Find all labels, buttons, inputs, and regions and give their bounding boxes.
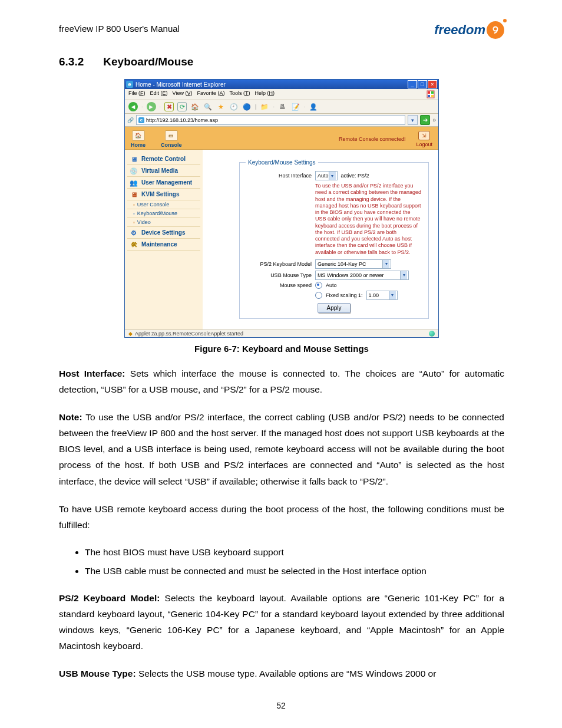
address-label: 🔗 — [127, 117, 134, 123]
ps2-keyboard-model-label: PS/2 Keyboard Model — [246, 261, 312, 267]
window-titlebar: e Home - Microsoft Internet Explorer _ □… — [125, 80, 438, 89]
svg-rect-3 — [431, 91, 434, 94]
paragraph-note: Note: To use the USB and/or PS/2 interfa… — [59, 409, 504, 489]
messenger-button[interactable]: 👤 — [309, 102, 318, 111]
section-heading: 6.3.2 Keyboard/Mouse — [59, 55, 504, 68]
paragraph-usb-mouse-type: USB Mouse Type: Selects the USB mouse ty… — [59, 666, 504, 681]
menu-help[interactable]: Help (H) — [254, 90, 275, 98]
home-button[interactable]: 🏠 — [190, 102, 200, 111]
sidebar-sub-user-console[interactable]: User Console — [127, 200, 200, 209]
sidebar-item-remote-control[interactable]: 🖥 Remote Control — [127, 153, 200, 165]
remote-control-icon: 🖥 — [130, 155, 138, 163]
remote-console-status: Remote Console connected! — [339, 136, 406, 142]
keyboard-mouse-settings-group: Keyboard/Mouse Settings Host Interface A… — [239, 159, 429, 319]
device-settings-icon: ⚙ — [130, 229, 138, 237]
sidebar-item-device-settings[interactable]: ⚙ Device Settings — [127, 227, 200, 239]
section-title: Keyboard/Mouse — [103, 55, 193, 68]
sidebar-item-maintenance[interactable]: 🛠 Maintenance — [127, 239, 200, 251]
print-button[interactable]: 🖶 — [278, 102, 287, 111]
fieldset-legend: Keyboard/Mouse Settings — [246, 159, 318, 166]
usb-mouse-type-select[interactable]: MS Windows 2000 or newer — [315, 271, 409, 280]
browser-toolbar: ◄· ►· ✖ ⟳ 🏠 🔍 ★ 🕘 🔵 | 📁· 🖶 📝· 👤 — [125, 100, 438, 114]
edit-button[interactable]: 📝 — [291, 102, 300, 111]
doc-title: freeView IP 800 User's Manual — [59, 24, 180, 34]
window-maximize-button[interactable]: □ — [418, 80, 427, 88]
mouse-speed-fixed-label: Fixed scaling 1: — [326, 292, 363, 298]
brand-logo-icon — [487, 21, 504, 39]
menu-favorites[interactable]: Favorite (A) — [197, 90, 224, 98]
sidebar-sub-video[interactable]: Video — [127, 218, 200, 227]
sidebar-item-virtual-media[interactable]: 💿 Virtual Media — [127, 165, 200, 177]
brand-logo: freedom — [434, 21, 504, 39]
logout-button[interactable]: ⇲ Logout — [416, 131, 432, 147]
app-tab-console[interactable]: ▭ Console — [161, 130, 182, 148]
page-number: 52 — [0, 701, 562, 710]
list-item: The host BIOS must have USB keyboard sup… — [85, 545, 504, 560]
host-interface-label: Host Interface — [246, 173, 312, 179]
usb-mouse-type-label: USB Mouse Type — [246, 272, 312, 278]
menu-tools[interactable]: Tools (T) — [229, 90, 250, 98]
applet-icon: ◆ — [128, 331, 133, 337]
sidebar-sub-keyboard-mouse[interactable]: Keyboard/Mouse — [127, 209, 200, 218]
mouse-speed-auto-radio[interactable] — [315, 282, 322, 289]
ie-logo-icon — [427, 90, 435, 98]
back-button[interactable]: ◄ — [128, 102, 138, 111]
go-button[interactable]: ➔ — [420, 115, 430, 125]
window-minimize-button[interactable]: _ — [408, 80, 417, 88]
search-button[interactable]: 🔍 — [203, 102, 213, 111]
maintenance-icon: 🛠 — [130, 241, 138, 249]
favorites-button[interactable]: ★ — [216, 102, 226, 111]
paragraph-conditions-intro: To have USB remote keyboard access durin… — [59, 501, 504, 533]
sidebar: 🖥 Remote Control 💿 Virtual Media 👥 User … — [125, 150, 203, 330]
mouse-speed-fixed-select[interactable]: 1.00 — [366, 291, 398, 300]
list-item: The USB cable must be connected and must… — [85, 564, 504, 579]
host-interface-hint: To use the USB and/or PS/2 interface you… — [315, 183, 422, 256]
brand-logo-text: freedom — [434, 22, 485, 38]
host-interface-active: active: PS/2 — [341, 173, 369, 179]
sidebar-item-user-management[interactable]: 👥 User Management — [127, 177, 200, 189]
menu-file[interactable]: File (F) — [128, 90, 146, 98]
svg-rect-5 — [431, 95, 434, 97]
status-text: Applet za.pp.ss.RemoteConsoleApplet star… — [135, 331, 243, 337]
paragraph-host-interface: Host Interface: Sets which interface the… — [59, 365, 504, 397]
page-icon: e — [138, 117, 144, 123]
address-input[interactable]: e http://192.168.10.23/home.asp — [136, 115, 405, 125]
mouse-speed-fixed-radio[interactable] — [315, 292, 322, 299]
address-url: http://192.168.10.23/home.asp — [146, 117, 218, 123]
app-header: 🏠 Home ▭ Console Remote Console connecte… — [125, 127, 438, 150]
console-icon: ▭ — [165, 130, 178, 141]
sidebar-item-kvm-settings[interactable]: 🖥 KVM Settings — [127, 189, 200, 200]
host-interface-select[interactable]: Auto — [315, 171, 338, 180]
home-icon: 🏠 — [132, 130, 145, 141]
logout-icon: ⇲ — [418, 131, 430, 140]
kvm-settings-icon: 🖥 — [130, 190, 138, 199]
app-tab-home[interactable]: 🏠 Home — [131, 130, 146, 148]
media-button[interactable]: 🔵 — [242, 102, 252, 111]
paragraph-ps2-model: PS/2 Keyboard Model: Selects the keyboar… — [59, 590, 504, 654]
stop-button[interactable]: ✖ — [164, 102, 174, 111]
user-management-icon: 👥 — [130, 179, 138, 187]
figure-caption: Figure 6-7: Keyboard and Mouse Settings — [59, 344, 504, 354]
address-dropdown[interactable]: ▾ — [408, 115, 418, 125]
address-bar: 🔗 e http://192.168.10.23/home.asp ▾ ➔ » — [125, 114, 438, 127]
window-close-button[interactable]: × — [428, 80, 437, 88]
content-pane: Keyboard/Mouse Settings Host Interface A… — [203, 150, 438, 330]
mouse-speed-label: Mouse speed — [246, 282, 312, 288]
menu-edit[interactable]: Edit (E) — [150, 90, 168, 98]
section-number: 6.3.2 — [59, 55, 100, 68]
apply-button[interactable]: Apply — [318, 303, 350, 313]
conditions-list: The host BIOS must have USB keyboard sup… — [59, 545, 504, 579]
links-toggle[interactable]: » — [432, 117, 436, 123]
forward-button[interactable]: ► — [147, 102, 156, 111]
internet-zone-icon — [429, 331, 435, 337]
ps2-keyboard-model-select[interactable]: Generic 104-Key PC — [315, 259, 391, 269]
menu-bar: File (F) Edit (E) View (V) Favorite (A) … — [125, 89, 438, 100]
virtual-media-icon: 💿 — [130, 167, 138, 175]
refresh-button[interactable]: ⟳ — [177, 102, 187, 111]
ie-icon: e — [126, 81, 133, 88]
svg-rect-4 — [428, 95, 430, 97]
menu-view[interactable]: View (V) — [173, 90, 193, 98]
mail-button[interactable]: 📁 — [260, 102, 269, 111]
mouse-speed-auto-label: Auto — [326, 282, 337, 288]
history-button[interactable]: 🕘 — [229, 102, 239, 111]
